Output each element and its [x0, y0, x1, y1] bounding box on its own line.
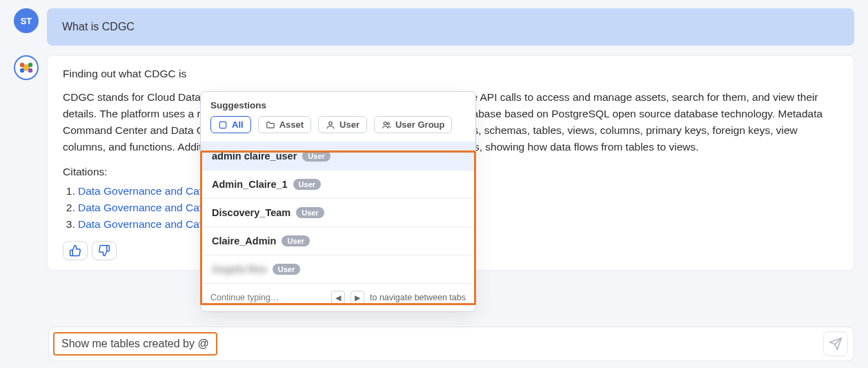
user-message: What is CDGC	[47, 8, 854, 46]
suggestion-tag: User	[293, 179, 321, 190]
suggestion-tag: User	[282, 235, 309, 246]
svg-point-6	[329, 122, 333, 125]
suggestions-filters: All Asset User User Group	[201, 116, 475, 142]
svg-point-1	[20, 63, 24, 67]
suggestions-footer: Continue typing… ◀ ▶ to navigate between…	[201, 283, 475, 311]
filter-label: User	[339, 119, 359, 130]
chat-input[interactable]: Show me tables created by @	[53, 332, 217, 356]
suggestion-name: Claire_Admin	[212, 235, 276, 246]
suggestion-tag: User	[296, 207, 324, 218]
suggestion-item[interactable]: Claire_Admin User	[201, 226, 475, 255]
nav-prev-button[interactable]: ◀	[331, 291, 345, 304]
thumbs-down-button[interactable]	[92, 241, 117, 260]
filter-all[interactable]: All	[210, 116, 251, 133]
bot-avatar	[14, 55, 39, 80]
filter-label: Asset	[279, 119, 304, 130]
suggestion-tag: User	[273, 264, 300, 275]
thumbs-up-button[interactable]	[63, 241, 88, 260]
suggestion-item[interactable]: Angela Roe User	[201, 255, 475, 283]
thumbs-up-icon	[69, 244, 81, 257]
filter-label: User Group	[395, 119, 445, 130]
svg-point-4	[28, 68, 32, 72]
filter-user[interactable]: User	[318, 116, 367, 133]
suggestion-item[interactable]: Admin_Claire_1 User	[201, 170, 475, 198]
filter-asset[interactable]: Asset	[258, 116, 311, 133]
filter-label: All	[232, 119, 244, 130]
svg-point-7	[384, 122, 386, 124]
svg-point-3	[20, 68, 24, 72]
svg-point-2	[28, 63, 32, 67]
folder-icon	[266, 120, 275, 130]
send-icon	[829, 337, 842, 351]
suggestions-popover: Suggestions All Asset User User Group ad…	[200, 91, 476, 312]
bot-heading: Finding out what CDGC is	[63, 66, 838, 82]
suggestions-list: admin claire_user User Admin_Claire_1 Us…	[201, 142, 475, 283]
user-icon	[326, 120, 335, 130]
nav-hint: to navigate between tabs	[370, 293, 466, 302]
send-button[interactable]	[823, 331, 848, 356]
assistant-logo-icon	[18, 59, 34, 76]
thumbs-down-icon	[98, 244, 110, 257]
svg-rect-5	[219, 122, 226, 128]
nav-next-button[interactable]: ▶	[351, 291, 364, 304]
suggestion-name: admin claire_user	[212, 151, 297, 162]
suggestion-name: Discovery_Team	[212, 207, 290, 218]
suggestion-name: Angela Roe	[212, 264, 267, 275]
filter-user-group[interactable]: User Group	[374, 116, 453, 133]
chat-input-bar: Show me tables created by @	[48, 327, 854, 361]
suggestion-item[interactable]: admin claire_user User	[201, 142, 475, 170]
continue-typing-hint: Continue typing…	[210, 293, 279, 302]
user-avatar: ST	[14, 8, 39, 33]
all-icon	[218, 120, 228, 130]
suggestions-title: Suggestions	[201, 92, 475, 116]
svg-point-8	[387, 122, 389, 124]
users-icon	[382, 120, 391, 130]
suggestion-item[interactable]: Discovery_Team User	[201, 198, 475, 226]
suggestion-tag: User	[302, 151, 330, 162]
suggestion-name: Admin_Claire_1	[212, 179, 288, 190]
